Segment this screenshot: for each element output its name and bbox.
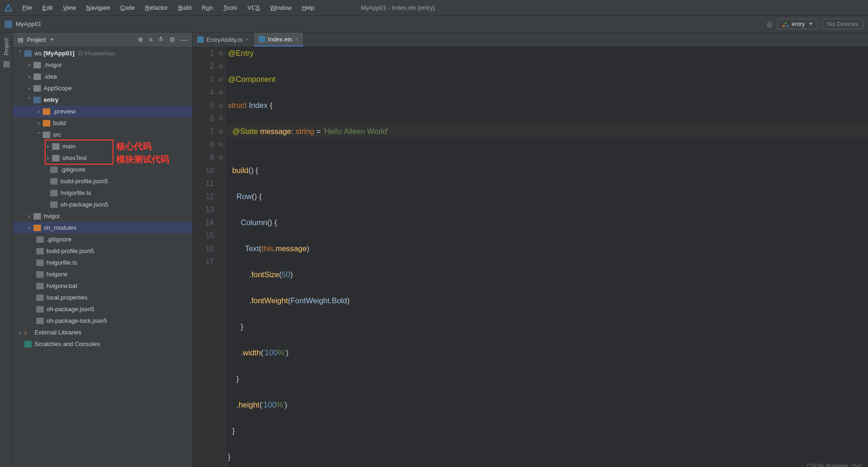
file-icon	[36, 271, 44, 278]
chevron-right-icon[interactable]: ›	[46, 154, 50, 161]
collapse-icon[interactable]: ≛	[158, 36, 164, 43]
file-icon	[50, 167, 58, 173]
tree-file[interactable]: hvigorfile.ts	[13, 187, 192, 199]
chevron-right-icon[interactable]: ›	[27, 213, 32, 220]
folder-icon	[24, 50, 32, 57]
folder-icon	[33, 213, 41, 220]
tree-file[interactable]: oh-package-lock.json5	[13, 315, 192, 327]
menu-window[interactable]: Window	[266, 2, 296, 13]
code-content[interactable]: @Entry @Component struct Index { @State …	[227, 47, 868, 467]
tree-file[interactable]: hvigorw	[13, 268, 192, 280]
target-icon[interactable]: ◎	[767, 20, 773, 28]
tree-scratches[interactable]: Scratches and Consoles	[13, 338, 192, 350]
tree-file[interactable]: build-profile.json5	[13, 175, 192, 187]
menu-help[interactable]: Help	[297, 2, 319, 13]
tab-entryability[interactable]: EntryAbility.ts×	[193, 33, 254, 47]
tab-index-ets[interactable]: Index.ets×	[254, 33, 304, 47]
locate-icon[interactable]: ⊕	[138, 36, 143, 43]
folder-icon	[33, 225, 41, 231]
file-icon	[36, 260, 44, 266]
breadcrumb[interactable]: MyApp01	[16, 20, 41, 27]
tree-file[interactable]: oh-package.json5	[13, 303, 192, 315]
menu-view[interactable]: View	[58, 2, 80, 13]
chevron-right-icon[interactable]: ›	[27, 85, 32, 92]
file-icon	[36, 236, 44, 243]
file-icon	[36, 306, 44, 313]
project-panel: ▤ Project ⊕ ≡ ≛ ⚙ — ˅ ws [MyApp01] D:\Hu…	[13, 33, 193, 467]
sidebar-tab-project[interactable]: Project	[3, 36, 10, 57]
fold-column[interactable]: ⊟⊟⊟⊟⊟⊟⊟⊟⊟	[219, 47, 227, 467]
expand-icon[interactable]: ≡	[149, 36, 153, 43]
ets-file-icon	[259, 36, 265, 42]
menu-code[interactable]: Code	[116, 2, 140, 13]
chevron-right-icon[interactable]: ›	[27, 73, 32, 80]
chevron-down-icon[interactable]: ˅	[18, 50, 22, 57]
menu-refactor[interactable]: Refactor	[140, 2, 173, 13]
chevron-right-icon[interactable]: ›	[46, 143, 50, 150]
chevron-down-icon[interactable]: ˅	[27, 96, 32, 103]
file-icon	[50, 178, 58, 185]
tree-external-libraries[interactable]: ›⫴External Libraries	[13, 327, 192, 338]
chevron-right-icon[interactable]: ›	[18, 329, 22, 336]
folder-icon	[33, 97, 41, 103]
chevron-down-icon[interactable]: ˅	[36, 131, 41, 138]
editor-tabs: EntryAbility.ts× Index.ets×	[193, 33, 868, 47]
folder-icon	[43, 132, 50, 138]
module-icon	[5, 20, 12, 28]
tree-file[interactable]: .gitignore	[13, 164, 192, 175]
sidebar-tool-icon[interactable]	[3, 61, 10, 67]
tree-file[interactable]: .gitignore	[13, 234, 192, 245]
chevron-down-icon[interactable]	[50, 39, 54, 41]
tree-folder-main[interactable]: ›main	[13, 140, 192, 152]
file-icon	[50, 201, 58, 208]
tree-file[interactable]: local.properties	[13, 292, 192, 303]
svg-point-1	[785, 22, 787, 24]
menu-edit[interactable]: Edit	[38, 2, 57, 13]
tree-folder-entry[interactable]: ˅entry	[13, 94, 192, 106]
project-view-icon: ▤	[18, 36, 23, 43]
tree-folder-ohmodules[interactable]: ›oh_modules	[13, 222, 192, 234]
device-select[interactable]: No Devices	[822, 19, 863, 29]
menu-file[interactable]: File	[18, 2, 37, 13]
tree-folder-src[interactable]: ˅src	[13, 129, 192, 140]
chevron-right-icon[interactable]: ›	[27, 61, 32, 68]
menu-tools[interactable]: Tools	[219, 2, 242, 13]
tree-folder-preview[interactable]: ›.preview	[13, 106, 192, 117]
tree-file[interactable]: hvigorw.bat	[13, 280, 192, 292]
gear-icon[interactable]: ⚙	[169, 36, 175, 43]
window-title: MyApp01 - Index.ets [entry]	[361, 4, 435, 11]
menu-navigate[interactable]: Navigate	[81, 2, 114, 13]
svg-point-0	[783, 25, 785, 27]
file-icon	[36, 283, 44, 289]
tree-folder-idea[interactable]: ›.idea	[13, 71, 192, 82]
chevron-right-icon[interactable]: ›	[36, 120, 41, 127]
menu-run[interactable]: Run	[197, 2, 218, 13]
tree-file[interactable]: oh-package.json5	[13, 199, 192, 210]
chevron-right-icon[interactable]: ›	[27, 224, 32, 231]
folder-icon	[33, 85, 41, 92]
tree-folder-hvigor[interactable]: ›.hvigor	[13, 59, 192, 71]
scratches-icon	[24, 341, 32, 347]
tree-file[interactable]: hvigorfile.ts	[13, 257, 192, 268]
chevron-right-icon[interactable]: ›	[36, 108, 41, 115]
gutter: 1234567891011121314151617	[193, 47, 219, 467]
harmony-icon	[782, 21, 789, 27]
run-config-select[interactable]: entry	[777, 19, 818, 29]
tree-file[interactable]: build-profile.json5	[13, 245, 192, 257]
tree-folder-hvigor2[interactable]: ›hvigor	[13, 210, 192, 222]
folder-icon	[43, 120, 50, 127]
project-panel-title[interactable]: Project	[27, 36, 46, 43]
tree-folder-ohostest[interactable]: ›ohosTest	[13, 152, 192, 164]
svg-point-2	[787, 25, 788, 27]
project-tree[interactable]: ˅ ws [MyApp01] D:\Huawei\ws ›.hvigor ›.i…	[13, 47, 192, 467]
tree-folder-appscope[interactable]: ›AppScope	[13, 82, 192, 94]
hide-panel-icon[interactable]: —	[181, 36, 187, 43]
tree-root[interactable]: ˅ ws [MyApp01] D:\Huawei\ws	[13, 47, 192, 59]
menu-build[interactable]: Build	[174, 2, 196, 13]
menu-vcs[interactable]: VCS	[243, 2, 265, 13]
close-icon[interactable]: ×	[295, 36, 299, 42]
tree-folder-build[interactable]: ›build	[13, 117, 192, 129]
close-icon[interactable]: ×	[246, 36, 249, 43]
main-area: Project ▤ Project ⊕ ≡ ≛ ⚙ — ˅ ws [MyApp0…	[0, 33, 868, 467]
code-editor[interactable]: 1234567891011121314151617 ⊟⊟⊟⊟⊟⊟⊟⊟⊟ @Ent…	[193, 47, 868, 467]
